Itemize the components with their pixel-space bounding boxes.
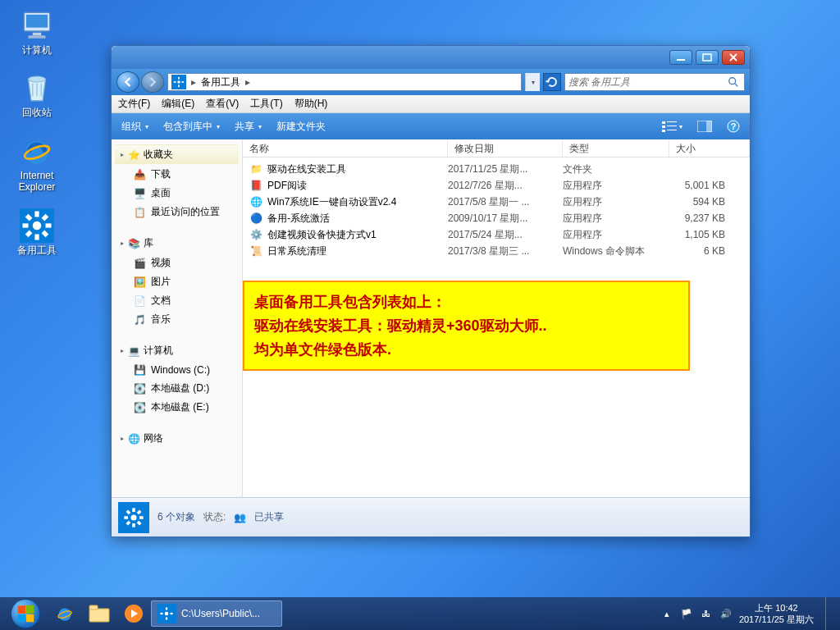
breadcrumb[interactable]: 备用工具 [201,75,240,89]
sidebar-network[interactable]: ▸🌐网络 [115,428,239,449]
drive-icon: 💽 [133,401,146,414]
download-icon: 📥 [133,168,146,181]
file-content: 名称 修改日期 类型 大小 📁驱动在线安装工具2017/11/25 星期...文… [243,139,750,497]
show-desktop-button[interactable] [825,597,833,630]
file-icon: ⚙️ [249,228,262,241]
forward-button[interactable] [141,71,164,93]
taskbar-active-window[interactable]: C:\Users\Public\... [151,600,282,627]
gear-icon [157,604,176,623]
menu-file[interactable]: 文件(F) [118,97,150,111]
taskbar-ie[interactable] [48,600,81,627]
col-type[interactable]: 类型 [563,139,669,157]
svg-rect-25 [667,121,677,122]
svg-rect-29 [667,130,677,130]
toolbar-newfolder[interactable]: 新建文件夹 [276,120,330,134]
minimize-button[interactable] [669,50,692,65]
address-dropdown[interactable]: ▾ [525,73,540,91]
maximize-button[interactable] [696,50,719,65]
svg-rect-3 [29,35,46,39]
sidebar-drive-e[interactable]: 💽本地磁盘 (E:) [115,398,239,417]
svg-point-4 [29,76,46,82]
svg-rect-16 [677,59,685,61]
desktop-ie[interactable]: Internet Explorer [8,134,66,194]
explorer-window: ▸ 备用工具 ▸ ▾ 文件(F) 编辑(E) 查看(V) 工具(T) 帮助(H)… [111,45,751,537]
sidebar-pictures[interactable]: 🖼️图片 [115,272,239,291]
annotation-note: 桌面备用工具包含列表如上： 驱动在线安装工具：驱动精灵+360驱动大师.. 均为… [243,281,690,371]
taskbar-media[interactable] [117,600,150,627]
file-row[interactable]: 📁驱动在线安装工具2017/11/25 星期...文件夹 [243,161,750,177]
music-icon: 🎵 [133,313,146,326]
drive-icon: 💾 [133,363,146,377]
refresh-button[interactable] [543,73,561,91]
titlebar[interactable] [112,46,750,69]
status-state-value: 已共享 [254,510,284,524]
svg-text:?: ? [731,121,737,131]
back-button[interactable] [116,71,139,93]
svg-point-48 [165,612,169,616]
desktop-computer[interactable]: 计算机 [8,8,66,56]
svg-rect-24 [662,121,665,124]
address-bar[interactable]: ▸ 备用工具 ▸ [167,73,522,91]
gear-icon [171,75,186,89]
sidebar-music[interactable]: 🎵音乐 [115,310,239,329]
start-button[interactable] [3,597,48,630]
svg-rect-49 [166,608,167,610]
sidebar-library[interactable]: ▸📚库 [115,233,239,253]
file-row[interactable]: 🌐Win7系统IE一键自动设置v2.42017/5/8 星期一 ...应用程序5… [243,194,750,210]
svg-rect-46 [89,605,98,609]
taskbar-explorer[interactable] [83,600,116,627]
file-row[interactable]: ⚙️创建视频设备快捷方式v12017/5/24 星期...应用程序1,105 K… [243,226,750,243]
sidebar-drive-d[interactable]: 💽本地磁盘 (D:) [115,379,239,398]
svg-rect-2 [33,33,42,36]
sidebar-videos[interactable]: 🎬视频 [115,253,239,272]
taskbar: C:\Users\Public\... ▴ 🏳️ 🖧 🔊 上午 10:42 20… [0,597,840,630]
sidebar-recent[interactable]: 📋最近访问的位置 [115,203,239,221]
desktop-recycle-bin[interactable]: 回收站 [8,71,66,118]
picture-icon: 🖼️ [133,276,146,289]
search-icon[interactable] [728,76,741,88]
tray-show-hidden[interactable]: ▴ [660,607,673,620]
tray-network-icon[interactable]: 🖧 [700,607,713,620]
people-icon: 👥 [234,512,246,523]
close-button[interactable] [722,50,745,65]
search-input[interactable] [568,76,728,88]
menu-view[interactable]: 查看(V) [206,97,239,111]
toolbar-organize[interactable]: 组织 [121,120,148,134]
svg-rect-1 [26,15,48,28]
menu-edit[interactable]: 编辑(E) [162,97,194,111]
menu-help[interactable]: 帮助(H) [294,97,328,111]
tray-action-center-icon[interactable]: 🏳️ [680,607,693,620]
toolbar-share[interactable]: 共享 [235,120,262,134]
view-mode-button[interactable]: ▾ [661,120,682,133]
svg-rect-15 [42,230,49,237]
preview-pane-button[interactable] [697,121,712,132]
network-icon: 🌐 [127,432,140,445]
col-name[interactable]: 名称 [243,139,448,157]
svg-rect-14 [25,213,33,221]
toolbar-include[interactable]: 包含到库中 [163,120,220,134]
file-row[interactable]: 🔵备用-系统激活2009/10/17 星期...应用程序9,237 KB [243,210,750,226]
menu-tools[interactable]: 工具(T) [250,97,282,111]
tray-clock[interactable]: 上午 10:42 2017/11/25 星期六 [739,602,814,626]
toolbar: 组织 包含到库中 共享 新建文件夹 ▾ ? [112,113,750,139]
col-date[interactable]: 修改日期 [448,139,563,157]
svg-rect-13 [25,230,33,237]
sidebar-downloads[interactable]: 📥下载 [115,165,239,184]
tray-volume-icon[interactable]: 🔊 [719,607,733,620]
file-row[interactable]: 📜日常系统清理2017/3/8 星期三 ...Windows 命令脚本6 KB [243,243,750,259]
sidebar-desktop[interactable]: 🖥️桌面 [115,184,239,203]
col-size[interactable]: 大小 [669,139,750,157]
svg-point-18 [177,80,180,84]
file-row[interactable]: 📕PDF阅读2012/7/26 星期...应用程序5,001 KB [243,177,750,194]
sidebar-drive-c[interactable]: 💾Windows (C:) [115,361,239,379]
desktop-tools[interactable]: 备用工具 [8,208,66,256]
sidebar-favorites[interactable]: ▸⭐收藏夹 [115,144,239,165]
help-button[interactable]: ? [727,120,740,133]
file-icon: 📕 [249,179,262,192]
sidebar-documents[interactable]: 📄文档 [115,291,239,310]
search-box[interactable] [564,73,745,91]
file-icon: 📜 [249,244,262,258]
sidebar-computer[interactable]: ▸💻计算机 [115,340,239,361]
svg-rect-8 [34,211,39,217]
status-count: 6 个对象 [158,510,195,524]
